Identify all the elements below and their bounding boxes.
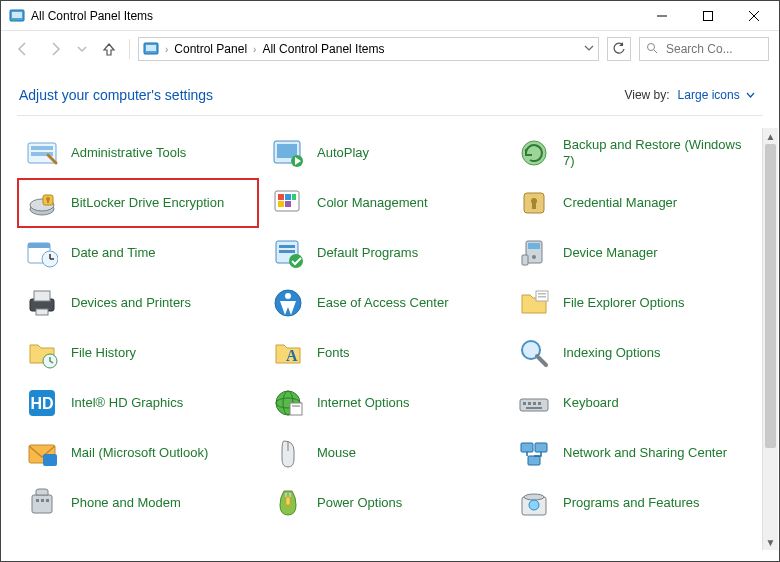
cpl-item-color-management[interactable]: Color Management bbox=[263, 178, 505, 228]
titlebar: All Control Panel Items bbox=[1, 1, 779, 31]
address-history-dropdown[interactable] bbox=[584, 42, 594, 56]
scroll-down-icon[interactable]: ▼ bbox=[763, 534, 778, 550]
cpl-item-label: Keyboard bbox=[563, 395, 619, 411]
header-divider bbox=[17, 115, 763, 116]
breadcrumb-current[interactable]: All Control Panel Items bbox=[262, 42, 384, 56]
cpl-item-label: Network and Sharing Center bbox=[563, 445, 727, 461]
svg-point-2 bbox=[13, 19, 15, 21]
cpl-item-bitlocker[interactable]: BitLocker Drive Encryption bbox=[17, 178, 259, 228]
cpl-item-date-time[interactable]: Date and Time bbox=[17, 228, 259, 278]
cpl-item-label: Date and Time bbox=[71, 245, 156, 261]
bitlocker-icon bbox=[25, 186, 59, 220]
chevron-right-icon[interactable]: › bbox=[165, 44, 168, 55]
cpl-item-autoplay[interactable]: AutoPlay bbox=[263, 128, 505, 178]
file-explorer-options-icon bbox=[517, 286, 551, 320]
programs-features-icon bbox=[517, 486, 551, 520]
cpl-item-mail[interactable]: Mail (Microsoft Outlook) bbox=[17, 428, 259, 478]
cpl-item-intel-hd-graphics[interactable]: Intel® HD Graphics bbox=[17, 378, 259, 428]
cpl-item-label: File Explorer Options bbox=[563, 295, 684, 311]
svg-rect-4 bbox=[704, 11, 713, 20]
control-panel-crumb-icon bbox=[143, 41, 159, 57]
cpl-item-phone-modem[interactable]: Phone and Modem bbox=[17, 478, 259, 528]
view-by-label: View by: bbox=[624, 88, 669, 102]
cpl-item-label: Devices and Printers bbox=[71, 295, 191, 311]
breadcrumb-root[interactable]: Control Panel bbox=[174, 42, 247, 56]
cpl-item-indexing-options[interactable]: Indexing Options bbox=[509, 328, 751, 378]
ease-of-access-icon bbox=[271, 286, 305, 320]
vertical-scrollbar[interactable]: ▲ ▼ bbox=[762, 128, 778, 550]
back-button[interactable] bbox=[11, 37, 35, 61]
search-box[interactable] bbox=[639, 37, 769, 61]
cpl-item-label: Backup and Restore (Windows 7) bbox=[563, 137, 743, 168]
scroll-up-icon[interactable]: ▲ bbox=[763, 128, 778, 144]
scroll-track[interactable] bbox=[763, 144, 778, 534]
cpl-item-label: Internet Options bbox=[317, 395, 410, 411]
view-by-dropdown[interactable]: Large icons bbox=[678, 88, 755, 102]
file-history-icon bbox=[25, 336, 59, 370]
indexing-options-icon bbox=[517, 336, 551, 370]
cpl-item-network-sharing[interactable]: Network and Sharing Center bbox=[509, 428, 751, 478]
cpl-item-file-explorer-options[interactable]: File Explorer Options bbox=[509, 278, 751, 328]
maximize-button[interactable] bbox=[685, 1, 731, 31]
view-by-control: View by: Large icons bbox=[624, 88, 755, 102]
phone-modem-icon bbox=[25, 486, 59, 520]
cpl-item-administrative-tools[interactable]: Administrative Tools bbox=[17, 128, 259, 178]
date-time-icon bbox=[25, 236, 59, 270]
recent-locations-dropdown[interactable] bbox=[75, 37, 89, 61]
cpl-item-backup-restore[interactable]: Backup and Restore (Windows 7) bbox=[509, 128, 751, 178]
control-panel-app-icon bbox=[9, 8, 25, 24]
content-pane: Adjust your computer's settings View by:… bbox=[1, 69, 779, 561]
cpl-item-power-options[interactable]: Power Options bbox=[263, 478, 505, 528]
cpl-item-keyboard[interactable]: Keyboard bbox=[509, 378, 751, 428]
cpl-item-default-programs[interactable]: Default Programs bbox=[263, 228, 505, 278]
content-header: Adjust your computer's settings View by:… bbox=[1, 69, 779, 115]
cpl-item-label: BitLocker Drive Encryption bbox=[71, 195, 224, 211]
cpl-item-mouse[interactable]: Mouse bbox=[263, 428, 505, 478]
up-button[interactable] bbox=[97, 37, 121, 61]
admin-tools-icon bbox=[25, 136, 59, 170]
cpl-item-internet-options[interactable]: Internet Options bbox=[263, 378, 505, 428]
scroll-thumb[interactable] bbox=[765, 144, 776, 448]
device-manager-icon bbox=[517, 236, 551, 270]
cpl-item-label: Indexing Options bbox=[563, 345, 661, 361]
cpl-item-device-manager[interactable]: Device Manager bbox=[509, 228, 751, 278]
refresh-button[interactable] bbox=[607, 37, 631, 61]
search-input[interactable] bbox=[664, 41, 762, 57]
cpl-item-label: File History bbox=[71, 345, 136, 361]
cpl-item-label: Mouse bbox=[317, 445, 356, 461]
cpl-item-fonts[interactable]: Fonts bbox=[263, 328, 505, 378]
cpl-item-label: Programs and Features bbox=[563, 495, 700, 511]
cpl-item-programs-features[interactable]: Programs and Features bbox=[509, 478, 751, 528]
cpl-item-label: Power Options bbox=[317, 495, 402, 511]
nav-separator bbox=[129, 39, 130, 59]
cpl-item-file-history[interactable]: File History bbox=[17, 328, 259, 378]
power-options-icon bbox=[271, 486, 305, 520]
cpl-item-label: Ease of Access Center bbox=[317, 295, 449, 311]
intel-graphics-icon bbox=[25, 386, 59, 420]
internet-options-icon bbox=[271, 386, 305, 420]
nav-row: › Control Panel › All Control Panel Item… bbox=[1, 31, 779, 67]
chevron-right-icon[interactable]: › bbox=[253, 44, 256, 55]
cpl-item-credential-manager[interactable]: Credential Manager bbox=[509, 178, 751, 228]
cpl-item-label: Phone and Modem bbox=[71, 495, 181, 511]
cpl-item-devices-printers[interactable]: Devices and Printers bbox=[17, 278, 259, 328]
network-sharing-icon bbox=[517, 436, 551, 470]
cpl-item-ease-of-access[interactable]: Ease of Access Center bbox=[263, 278, 505, 328]
view-by-value: Large icons bbox=[678, 88, 740, 102]
cpl-item-label: Intel® HD Graphics bbox=[71, 395, 183, 411]
close-button[interactable] bbox=[731, 1, 777, 31]
window-title: All Control Panel Items bbox=[31, 9, 153, 23]
cpl-item-label: Mail (Microsoft Outlook) bbox=[71, 445, 208, 461]
cpl-item-label: AutoPlay bbox=[317, 145, 369, 161]
svg-rect-1 bbox=[12, 12, 22, 18]
svg-line-10 bbox=[654, 50, 657, 53]
svg-point-9 bbox=[648, 43, 655, 50]
backup-restore-icon bbox=[517, 136, 551, 170]
minimize-button[interactable] bbox=[639, 1, 685, 31]
cpl-item-label: Device Manager bbox=[563, 245, 658, 261]
cpl-item-label: Fonts bbox=[317, 345, 350, 361]
cpl-item-label: Default Programs bbox=[317, 245, 418, 261]
address-bar[interactable]: › Control Panel › All Control Panel Item… bbox=[138, 37, 599, 61]
forward-button[interactable] bbox=[43, 37, 67, 61]
keyboard-icon bbox=[517, 386, 551, 420]
